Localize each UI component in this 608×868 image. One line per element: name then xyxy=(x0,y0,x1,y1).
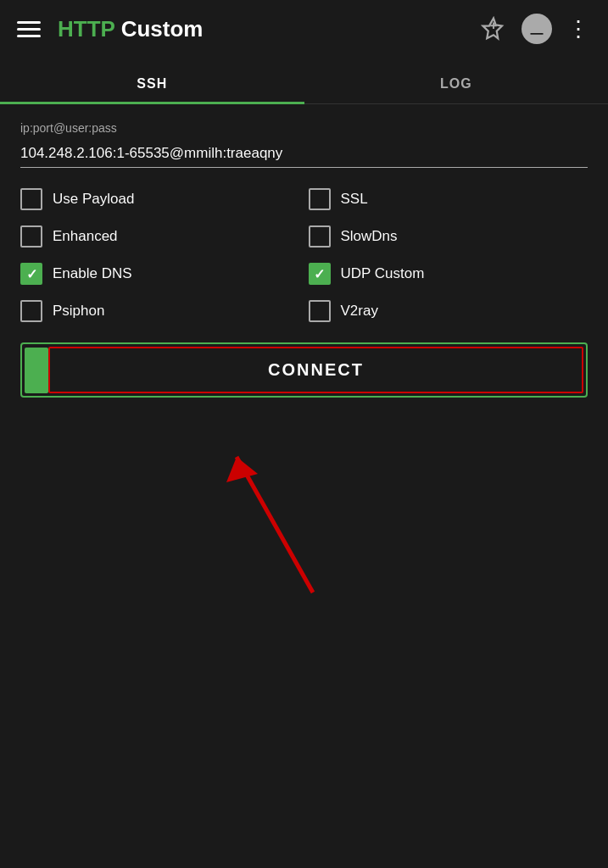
checkbox-enhanced[interactable]: Enhanced xyxy=(20,225,300,248)
tab-bar: SSH LOG xyxy=(0,64,608,104)
checkbox-ssl-box[interactable] xyxy=(309,188,331,210)
checkbox-slowdns[interactable]: SlowDns xyxy=(309,225,588,248)
checkbox-enhanced-box[interactable] xyxy=(20,225,42,248)
checkboxes-grid: Use Payload SSL Enhanced SlowDns Enable … xyxy=(20,188,588,322)
checkbox-enable-dns-box[interactable] xyxy=(20,263,42,285)
header-left: HTTP Custom xyxy=(17,16,203,42)
checkbox-use-payload-label: Use Payload xyxy=(53,191,134,208)
ssh-input-label: ip:port@user:pass xyxy=(20,121,588,135)
tab-ssh[interactable]: SSH xyxy=(0,64,304,103)
title-custom: Custom xyxy=(114,16,203,42)
checkbox-ssl[interactable]: SSL xyxy=(309,188,588,210)
red-arrow-svg xyxy=(203,440,338,609)
arrow-annotation xyxy=(20,415,588,609)
app-title: HTTP Custom xyxy=(58,16,203,42)
checkbox-v2ray[interactable]: V2ray xyxy=(309,300,588,322)
checkbox-enable-dns-label: Enable DNS xyxy=(53,265,132,282)
checkbox-enhanced-label: Enhanced xyxy=(53,228,118,245)
ssh-input-section: ip:port@user:pass xyxy=(20,121,588,188)
svg-marker-1 xyxy=(226,457,258,482)
checkbox-v2ray-label: V2ray xyxy=(341,303,378,320)
connect-btn-side-indicator xyxy=(25,348,48,393)
main-content: ip:port@user:pass Use Payload SSL Enhanc… xyxy=(0,104,608,626)
checkbox-psiphon[interactable]: Psiphon xyxy=(20,300,300,322)
checkbox-udp-custom-box[interactable] xyxy=(309,263,331,285)
checkbox-use-payload[interactable]: Use Payload xyxy=(20,188,300,210)
checkbox-ssl-label: SSL xyxy=(341,191,368,208)
download-icon-button[interactable] xyxy=(522,14,552,44)
star-icon-button[interactable] xyxy=(481,16,506,42)
checkbox-slowdns-label: SlowDns xyxy=(341,228,398,245)
app-header: HTTP Custom ⋮ xyxy=(0,0,608,58)
checkbox-v2ray-box[interactable] xyxy=(309,300,331,322)
checkbox-psiphon-label: Psiphon xyxy=(53,303,104,320)
ssh-input-field[interactable] xyxy=(20,140,588,168)
title-http: HTTP xyxy=(58,16,114,42)
hamburger-menu-icon[interactable] xyxy=(17,21,41,37)
checkbox-udp-custom-label: UDP Custom xyxy=(341,265,425,282)
checkbox-use-payload-box[interactable] xyxy=(20,188,42,210)
checkbox-psiphon-box[interactable] xyxy=(20,300,42,322)
checkbox-udp-custom[interactable]: UDP Custom xyxy=(309,263,588,285)
checkbox-enable-dns[interactable]: Enable DNS xyxy=(20,263,300,285)
tab-log[interactable]: LOG xyxy=(304,64,609,103)
svg-line-0 xyxy=(237,457,313,593)
connect-button-wrap: CONNECT xyxy=(20,342,588,398)
connect-button[interactable]: CONNECT xyxy=(48,347,583,393)
checkbox-slowdns-box[interactable] xyxy=(309,225,331,248)
more-options-icon[interactable]: ⋮ xyxy=(567,16,591,42)
header-right: ⋮ xyxy=(481,14,591,44)
